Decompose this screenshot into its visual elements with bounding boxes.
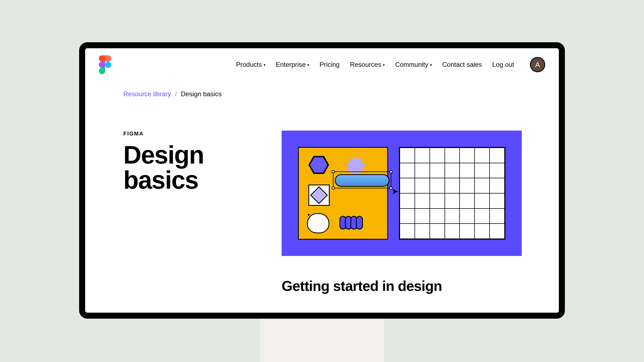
hero-eyebrow: FIGMA: [123, 131, 265, 137]
breadcrumb-current: Design basics: [181, 90, 222, 98]
nav-log-out[interactable]: Log out: [492, 61, 514, 68]
nav-label: Pricing: [320, 61, 339, 68]
breadcrumb: Resource library / Design basics: [85, 79, 559, 98]
hexagon-shape-icon: [308, 156, 329, 174]
selection-box: ➤: [333, 171, 391, 188]
nav-pricing[interactable]: Pricing: [320, 61, 339, 68]
shapes-panel: [298, 147, 388, 240]
nav-products[interactable]: Products ▾: [236, 61, 266, 68]
nav-label: Contact sales: [442, 61, 482, 68]
nav-label: Community: [395, 61, 428, 68]
nav-label: Resources: [350, 61, 381, 68]
breadcrumb-separator: /: [175, 90, 177, 98]
monitor-frame: Products ▾ Enterprise ▾ Pricing Resource…: [79, 42, 565, 319]
scallop-shape-icon: [341, 216, 363, 230]
nav-links: Products ▾ Enterprise ▾ Pricing Resource…: [236, 57, 545, 72]
nav-label: Products: [236, 61, 262, 68]
breadcrumb-root-link[interactable]: Resource library: [123, 90, 171, 98]
cursor-icon: ➤: [392, 186, 398, 196]
nav-label: Log out: [492, 61, 514, 68]
chevron-down-icon: ▾: [264, 63, 266, 67]
blob-shape-icon: [307, 213, 329, 233]
resize-handle-icon: [332, 170, 335, 173]
avatar-initial: A: [535, 61, 540, 69]
nav-label: Enterprise: [276, 61, 306, 68]
chevron-down-icon: ▾: [307, 63, 309, 67]
section-heading: Getting started in design: [243, 256, 559, 294]
page-title: Design basics: [123, 142, 265, 192]
nav-contact-sales[interactable]: Contact sales: [442, 61, 482, 68]
illustration-canvas: ➤: [282, 131, 522, 256]
figma-logo-icon[interactable]: [99, 55, 111, 74]
hero-section: FIGMA Design basics: [85, 98, 559, 256]
chevron-down-icon: ▾: [383, 63, 385, 67]
chevron-down-icon: ▾: [430, 63, 432, 67]
monitor-stand: [259, 319, 385, 362]
top-navigation: Products ▾ Enterprise ▾ Pricing Resource…: [85, 48, 559, 79]
user-avatar[interactable]: A: [530, 57, 545, 72]
diamond-shape-icon: [310, 186, 328, 204]
hero-illustration: ➤: [282, 131, 522, 256]
nav-enterprise[interactable]: Enterprise ▾: [276, 61, 309, 68]
nav-community[interactable]: Community ▾: [395, 61, 432, 68]
nav-resources[interactable]: Resources ▾: [350, 61, 385, 68]
resize-handle-icon: [332, 187, 335, 189]
square-shape-icon: [308, 185, 330, 206]
hero-text: FIGMA Design basics: [123, 131, 265, 256]
resize-handle-icon: [390, 170, 392, 173]
grid-panel: [399, 147, 505, 240]
